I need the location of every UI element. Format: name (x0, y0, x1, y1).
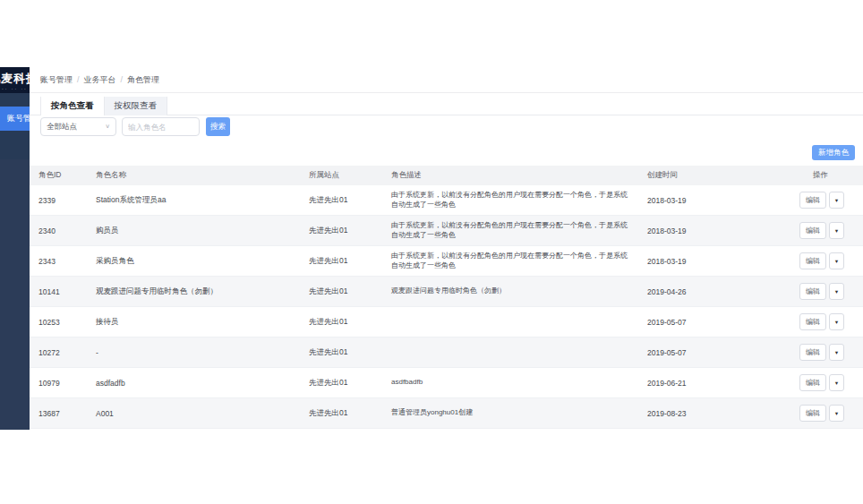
role-name-cell: A001 (87, 409, 300, 418)
edit-button[interactable]: 编辑 (799, 252, 826, 269)
breadcrumb-item[interactable]: 业务平台 (84, 74, 116, 86)
role-name-input[interactable] (122, 117, 200, 136)
role-id-cell: 10272 (30, 348, 87, 357)
more-actions-dropdown-button[interactable]: ▼ (829, 374, 844, 391)
role-name-cell: Station系统管理员aa (87, 195, 300, 206)
operations-cell: 编辑▼ (783, 192, 863, 209)
add-role-button[interactable]: 新增角色 (812, 145, 855, 160)
role-id-cell: 2343 (30, 257, 87, 266)
edit-button[interactable]: 编辑 (799, 344, 826, 361)
role-id-cell: 10253 (30, 318, 87, 327)
edit-button[interactable]: 编辑 (799, 283, 826, 300)
table-row: 10141观麦跟进问题专用临时角色（勿删）先进先出01观麦跟进问题专用临时角色（… (30, 277, 863, 307)
breadcrumb-separator: / (77, 75, 80, 84)
created-date-cell: 2019-04-26 (638, 287, 783, 296)
column-header: 角色描述 (382, 170, 638, 181)
site-cell: 先进先出01 (300, 408, 382, 419)
role-desc-cell: 观麦跟进问题专用临时角色（勿删） (382, 286, 638, 296)
role-id-cell: 10979 (30, 379, 87, 388)
table-row: 2343采购员角色先进先出01由于系统更新，以前没有分配角色的用户现在需要分配一… (30, 246, 863, 277)
operations-cell: 编辑▼ (783, 344, 863, 361)
filter-bar: 全部站点 ∨ 搜索 (40, 117, 230, 136)
more-actions-dropdown-button[interactable]: ▼ (829, 222, 844, 239)
breadcrumb-item[interactable]: 角色管理 (127, 74, 159, 86)
role-name-cell: 购员员 (87, 226, 300, 236)
site-cell: 先进先出01 (300, 347, 382, 358)
roles-table: 角色ID角色名称所属站点角色描述创建时间操作 2339Station系统管理员a… (30, 166, 863, 429)
breadcrumb-item[interactable]: 账号管理 (40, 74, 73, 86)
tab-bar: 按角色查看按权限查看 (30, 97, 863, 115)
column-header: 角色名称 (87, 170, 300, 181)
search-button[interactable]: 搜索 (206, 117, 230, 136)
role-id-cell: 13687 (30, 409, 87, 418)
created-date-cell: 2019-05-07 (638, 318, 783, 327)
role-id-cell: 2340 (30, 226, 87, 235)
role-name-cell: asdfadfb (87, 379, 300, 388)
site-cell: 先进先出01 (300, 378, 382, 389)
role-id-cell: 2339 (30, 196, 87, 205)
edit-button[interactable]: 编辑 (799, 374, 826, 391)
operations-cell: 编辑▼ (783, 405, 863, 422)
operations-cell: 编辑▼ (783, 252, 863, 269)
table-row: 10253接待员先进先出012019-05-07编辑▼ (30, 307, 863, 337)
more-actions-dropdown-button[interactable]: ▼ (829, 344, 844, 361)
column-header: 创建时间 (638, 170, 783, 181)
created-date-cell: 2018-03-19 (638, 226, 783, 235)
created-date-cell: 2019-06-21 (638, 379, 783, 388)
breadcrumb: 账号管理/业务平台/角色管理 (30, 67, 863, 93)
site-select-value: 全部站点 (47, 122, 77, 132)
edit-button[interactable]: 编辑 (799, 192, 826, 209)
edit-button[interactable]: 编辑 (799, 222, 826, 239)
main-content: 账号管理/业务平台/角色管理 按角色查看按权限查看 全部站点 ∨ 搜索 新增角色… (30, 67, 863, 430)
role-desc-cell: 由于系统更新，以前没有分配角色的用户现在需要分配一个角色，于是系统自动生成了一些… (382, 191, 638, 210)
more-actions-dropdown-button[interactable]: ▼ (829, 192, 844, 209)
site-cell: 先进先出01 (300, 317, 382, 328)
site-cell: 先进先出01 (300, 195, 382, 206)
created-date-cell: 2019-08-23 (638, 409, 783, 418)
created-date-cell: 2018-03-19 (638, 196, 783, 205)
operations-cell: 编辑▼ (783, 222, 863, 239)
site-cell: 先进先出01 (300, 256, 382, 267)
edit-button[interactable]: 编辑 (799, 313, 826, 330)
page: 视麦科技 ·· ·· ·· ·· ·· ·· 账号管理 ▸ 账号管理/业务平台/… (0, 0, 863, 504)
role-desc-cell: asdfbadfb (382, 378, 638, 388)
role-name-cell: 采购员角色 (87, 256, 300, 267)
table-row: 13687A001先进先出01普通管理员yonghu01创建2019-08-23… (30, 398, 863, 429)
role-name-cell: - (87, 348, 300, 357)
operations-cell: 编辑▼ (783, 374, 863, 391)
column-header: 所属站点 (300, 170, 382, 181)
role-name-cell: 观麦跟进问题专用临时角色（勿删） (87, 286, 300, 297)
more-actions-dropdown-button[interactable]: ▼ (829, 283, 844, 300)
table-header-row: 角色ID角色名称所属站点角色描述创建时间操作 (30, 166, 863, 185)
role-desc-cell: 由于系统更新，以前没有分配角色的用户现在需要分配一个角色，于是系统自动生成了一些… (382, 252, 638, 271)
site-cell: 先进先出01 (300, 286, 382, 297)
tab-inactive[interactable]: 按权限查看 (105, 97, 168, 115)
breadcrumb-separator: / (121, 75, 124, 84)
column-header: 角色ID (30, 170, 87, 181)
table-row: 2340购员员先进先出01由于系统更新，以前没有分配角色的用户现在需要分配一个角… (30, 216, 863, 246)
more-actions-dropdown-button[interactable]: ▼ (829, 252, 844, 269)
role-desc-cell: 普通管理员yonghu01创建 (382, 408, 638, 418)
created-date-cell: 2018-03-19 (638, 257, 783, 266)
more-actions-dropdown-button[interactable]: ▼ (829, 405, 844, 422)
role-desc-cell: 由于系统更新，以前没有分配角色的用户现在需要分配一个角色，于是系统自动生成了一些… (382, 221, 638, 241)
table-row: 10979asdfadfb先进先出01asdfbadfb2019-06-21编辑… (30, 368, 863, 398)
table-body: 2339Station系统管理员aa先进先出01由于系统更新，以前没有分配角色的… (30, 185, 863, 429)
operations-cell: 编辑▼ (783, 313, 863, 330)
table-row: 2339Station系统管理员aa先进先出01由于系统更新，以前没有分配角色的… (30, 185, 863, 216)
more-actions-dropdown-button[interactable]: ▼ (829, 313, 844, 330)
role-name-cell: 接待员 (87, 317, 300, 328)
chevron-down-icon: ∨ (105, 124, 110, 130)
role-id-cell: 10141 (30, 287, 87, 296)
table-row: 10272-先进先出012019-05-07编辑▼ (30, 337, 863, 368)
created-date-cell: 2019-05-07 (638, 348, 783, 357)
site-select[interactable]: 全部站点 ∨ (40, 117, 116, 136)
site-cell: 先进先出01 (300, 226, 382, 236)
edit-button[interactable]: 编辑 (799, 405, 826, 422)
operations-cell: 编辑▼ (783, 283, 863, 300)
tab-active[interactable]: 按角色查看 (40, 97, 105, 115)
column-header: 操作 (783, 170, 863, 181)
